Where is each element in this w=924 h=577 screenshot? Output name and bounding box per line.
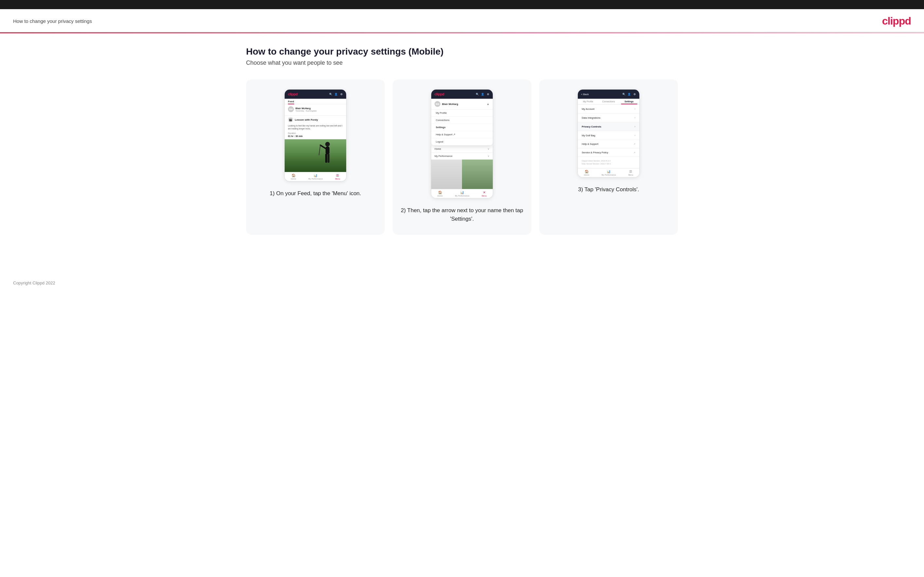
settings-label-privacy-policy: Service & Privacy Policy bbox=[582, 151, 608, 154]
duration-label: Duration bbox=[285, 131, 346, 135]
golfer-silhouette bbox=[318, 141, 336, 171]
user-icon-1: 👤 bbox=[334, 92, 338, 96]
menu-label-3: Menu bbox=[628, 174, 633, 176]
chevron-icon-data-integrations: › bbox=[635, 116, 635, 119]
back-button[interactable]: < Back bbox=[581, 93, 589, 96]
menu-avatar: BM bbox=[435, 101, 440, 107]
logo: clippd bbox=[882, 15, 911, 27]
nav-menu-3[interactable]: ☰ Menu bbox=[628, 170, 633, 176]
performance-icon-3: 📊 bbox=[607, 170, 611, 173]
menu-label-2: Menu bbox=[481, 195, 486, 197]
settings-label-my-golf-bag: My Golf Bag bbox=[582, 134, 595, 137]
nav-menu-1[interactable]: ☰ Menu bbox=[335, 174, 340, 180]
phone-nav-2: clippd 🔍 👤 ⚙ bbox=[431, 90, 493, 99]
svg-rect-1 bbox=[326, 147, 330, 154]
menu-item-connections[interactable]: Connections bbox=[431, 117, 493, 124]
performance-label-3: My Performance bbox=[601, 174, 616, 176]
menu-arrow-icon[interactable]: ▲ bbox=[486, 102, 489, 106]
lesson-icon: 🎬 bbox=[288, 117, 293, 122]
performance-label-1: My Performance bbox=[308, 178, 323, 180]
phone-bottom-nav-1: 🏠 Home 📊 My Performance ☰ Menu bbox=[285, 172, 346, 181]
home-icon-2: 🏠 bbox=[438, 191, 442, 194]
copyright-text: Copyright Clippd 2022 bbox=[13, 280, 55, 285]
lesson-title: Lesson with Fordy bbox=[295, 118, 318, 121]
duration-value: 01 hr : 30 min bbox=[285, 135, 346, 139]
settings-icon-1: ⚙ bbox=[340, 92, 343, 96]
menu-label-1: Menu bbox=[335, 178, 340, 180]
version-client: Clippd Client Version: 2022.8.3-3 bbox=[582, 160, 635, 163]
svg-rect-3 bbox=[325, 154, 327, 163]
nav-home-2: 🏠 Home bbox=[438, 191, 443, 197]
home-label-3: Home bbox=[584, 174, 589, 176]
menu-nav-home-label: Home bbox=[435, 147, 441, 150]
post-sub: Yesterday · Sunningdale bbox=[296, 110, 317, 112]
performance-icon-1: 📊 bbox=[313, 174, 317, 177]
bg-blur bbox=[431, 160, 493, 189]
menu-nav-performance-chevron: ∨ bbox=[488, 155, 489, 158]
nav-performance-2: 📊 My Performance bbox=[455, 191, 469, 197]
phone-nav-1: clippd 🔍 👤 ⚙ bbox=[285, 90, 346, 99]
link-icon-help-support: ↗ bbox=[633, 143, 635, 145]
nav-menu-2[interactable]: ✕ Menu bbox=[481, 191, 486, 197]
golf-image bbox=[285, 139, 346, 172]
menu-item-profile[interactable]: My Profile bbox=[431, 110, 493, 117]
search-icon-2: 🔍 bbox=[476, 92, 479, 96]
feed-tab-label: Feed bbox=[288, 100, 294, 104]
lesson-header: 🎬 Lesson with Fordy bbox=[285, 116, 346, 124]
settings-icon-2: ⚙ bbox=[486, 92, 489, 96]
settings-row-data-integrations[interactable]: Data Integrations › bbox=[578, 113, 639, 122]
svg-point-0 bbox=[325, 142, 330, 147]
feed-tab: Feed bbox=[285, 99, 346, 104]
svg-line-5 bbox=[319, 145, 320, 155]
footer: Copyright Clippd 2022 bbox=[0, 274, 924, 292]
chevron-icon-my-golf-bag: › bbox=[635, 134, 635, 137]
phone-logo-1: clippd bbox=[288, 92, 297, 96]
user-icon-3: 👤 bbox=[628, 92, 631, 96]
settings-row-my-account[interactable]: My Account › bbox=[578, 105, 639, 113]
performance-label-2: My Performance bbox=[455, 195, 469, 197]
link-icon-privacy-policy: ↗ bbox=[633, 152, 635, 154]
menu-dropdown: BM Blair McHarg ▲ My Profile Connections… bbox=[431, 99, 493, 145]
settings-row-help-support[interactable]: Help & Support ↗ bbox=[578, 140, 639, 148]
settings-row-privacy-policy[interactable]: Service & Privacy Policy ↗ bbox=[578, 148, 639, 157]
menu-nav-performance-label: My Performance bbox=[435, 155, 452, 158]
menu-nav-home: Home ∨ bbox=[431, 145, 493, 152]
menu-nav-home-chevron: ∨ bbox=[488, 147, 489, 150]
phone-nav-icons-3: 🔍 👤 ⚙ bbox=[622, 92, 636, 96]
header: How to change your privacy settings clip… bbox=[0, 9, 924, 32]
nav-home-1: 🏠 Home bbox=[291, 174, 296, 180]
lesson-text: Looking to feel like my hands are exitin… bbox=[285, 124, 346, 131]
menu-close-icon: ✕ bbox=[483, 191, 486, 194]
page-heading: How to change your privacy settings (Mob… bbox=[246, 47, 678, 57]
menu-item-settings[interactable]: Settings bbox=[431, 124, 493, 131]
nav-performance-1: 📊 My Performance bbox=[308, 174, 323, 180]
step-2-caption: 2) Then, tap the arrow next to your name… bbox=[401, 206, 523, 223]
svg-line-2 bbox=[320, 145, 326, 148]
settings-tabs: My Profile Connections Settings bbox=[578, 99, 639, 105]
settings-row-my-golf-bag[interactable]: My Golf Bag › bbox=[578, 131, 639, 140]
page-subheading: Choose what you want people to see bbox=[246, 60, 678, 66]
settings-row-privacy-controls[interactable]: Privacy Controls › bbox=[578, 122, 639, 131]
home-label-1: Home bbox=[291, 178, 296, 180]
tab-my-profile[interactable]: My Profile bbox=[578, 99, 598, 104]
step-3-caption: 3) Tap 'Privacy Controls'. bbox=[578, 185, 639, 194]
tab-connections[interactable]: Connections bbox=[598, 99, 619, 104]
post-header: BM Blair McHarg Yesterday · Sunningdale bbox=[288, 106, 343, 112]
menu-user-info: BM Blair McHarg bbox=[435, 101, 458, 107]
phone-mockup-2: clippd 🔍 👤 ⚙ BM Blair McHarg bbox=[431, 89, 493, 198]
settings-label-privacy-controls: Privacy Controls bbox=[582, 125, 601, 128]
search-icon-3: 🔍 bbox=[622, 92, 625, 96]
step-3-card: < Back 🔍 👤 ⚙ My Profile Connections Sett… bbox=[539, 79, 678, 235]
tab-settings[interactable]: Settings bbox=[619, 99, 639, 104]
menu-item-help[interactable]: Help & Support ↗ bbox=[431, 131, 493, 138]
post-avatar: BM bbox=[288, 106, 294, 112]
settings-icon-3: ⚙ bbox=[633, 92, 636, 96]
menu-item-logout[interactable]: Logout bbox=[431, 138, 493, 145]
menu-user-row: BM Blair McHarg ▲ bbox=[431, 99, 493, 110]
main-content: How to change your privacy settings (Mob… bbox=[233, 33, 691, 274]
phone-mockup-3: < Back 🔍 👤 ⚙ My Profile Connections Sett… bbox=[577, 89, 640, 177]
phone-logo-2: clippd bbox=[435, 92, 444, 96]
user-icon-2: 👤 bbox=[481, 92, 484, 96]
menu-icon-1: ☰ bbox=[336, 174, 339, 177]
chevron-icon-privacy-controls: › bbox=[635, 125, 635, 128]
